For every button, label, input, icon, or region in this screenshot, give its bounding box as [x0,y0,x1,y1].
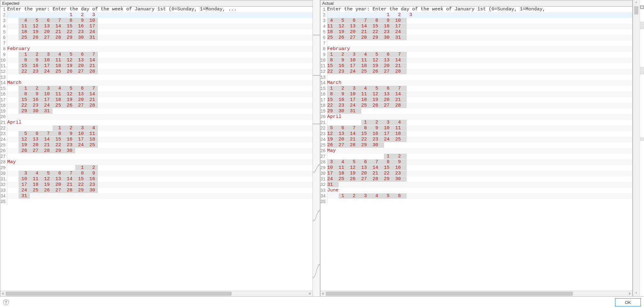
code-row[interactable]: 35 [320,199,633,205]
code-row[interactable]: 33 24 25 26 27 28 29 30 [0,188,313,193]
code-row[interactable]: 10 8 9 10 11 12 13 14 [0,58,313,63]
code-row[interactable]: 26 26 27 28 29 30 [0,148,313,154]
line-number: 27 [0,154,7,159]
line-number: 6 [320,35,327,41]
code-row[interactable]: 1Enter the year: Enter the day of the we… [320,7,633,12]
code-row[interactable]: 20April [320,114,633,120]
code-row[interactable]: 14March [320,80,633,86]
code-row[interactable]: 1929 30 31 [320,108,633,114]
code-row[interactable]: 21 1 2 3 4 [320,120,633,125]
code-row[interactable]: 3017 18 19 20 21 22 23 [320,171,633,176]
scroll-right-icon[interactable]: > [627,291,632,296]
code-row[interactable]: 2312 13 14 15 16 17 18 [320,131,633,137]
line-number: 1 [0,7,7,12]
code-row[interactable]: 3 4 5 6 7 8 9 10 [0,18,313,24]
code-row[interactable]: 3124 25 26 27 28 29 30 [320,176,633,182]
code-row[interactable]: 20 [0,114,313,120]
code-row[interactable]: 411 12 13 14 15 16 17 [320,24,633,29]
code-row[interactable]: 18 22 23 24 25 26 27 28 [0,103,313,108]
code-row[interactable]: 13 [0,74,313,80]
code-row[interactable]: 2 1 2 3 [0,12,313,18]
code-row[interactable]: 1222 23 24 25 26 27 28 [320,69,633,74]
code-row[interactable]: 15 1 2 3 4 5 6 7 [0,86,313,91]
actual-code[interactable]: 1Enter the year: Enter the day of the we… [320,7,633,291]
code-row[interactable]: 625 26 27 28 29 30 31 [320,35,633,41]
scroll-up-icon[interactable]: ˄ [634,1,639,6]
code-row[interactable]: 518 19 20 21 22 23 24 [320,29,633,35]
code-row[interactable]: 23 5 6 7 8 9 10 11 [0,131,313,137]
scroll-left-icon[interactable]: < [0,291,6,296]
code-row[interactable]: 13 [320,74,633,80]
scroll-down-icon[interactable]: ˅ [634,291,639,296]
code-row[interactable]: 21April [0,120,313,125]
vertical-scrollbar[interactable]: ˄ ˅ [633,0,640,296]
code-row[interactable]: 24 12 13 14 15 16 17 18 [0,137,313,142]
code-row[interactable]: 2526 27 28 29 30 [320,142,633,148]
code-row[interactable]: 8February [320,46,633,52]
code-row[interactable]: 1715 16 17 18 19 20 21 [320,97,633,103]
code-row[interactable]: 2 1 2 3 [320,12,633,18]
code-row[interactable]: 22 5 6 7 8 9 10 11 [320,125,633,131]
scroll-left-icon[interactable]: < [320,291,326,296]
code-row[interactable]: 31 10 11 12 13 14 15 16 [0,176,313,182]
code-row[interactable]: 10 8 9 10 11 12 13 14 [320,58,633,63]
help-icon[interactable]: ? [3,300,9,305]
actual-hscroll[interactable]: < > [320,291,633,296]
code-row[interactable]: 27 [0,154,313,159]
code-row[interactable]: 34 1 2 3 4 5 6 [320,193,633,199]
code-row[interactable]: 8February [0,46,313,52]
diff-divider[interactable] [313,0,320,296]
code-row[interactable]: 5 18 19 20 21 22 23 24 [0,29,313,35]
code-row[interactable]: 25 19 20 21 22 23 24 25 [0,142,313,148]
code-row[interactable]: 29 1 2 [0,165,313,171]
code-row[interactable]: 3 4 5 6 7 8 9 10 [320,18,633,24]
scroll-thumb[interactable] [634,6,638,14]
line-number: 3 [320,18,327,24]
code-row[interactable]: 19 29 30 31 [0,108,313,114]
expected-hscroll[interactable]: < > [0,291,313,296]
code-row[interactable]: 4 11 12 13 14 15 16 17 [0,24,313,29]
code-row[interactable]: 11 15 16 17 18 19 20 21 [0,63,313,69]
code-row[interactable]: 26May [320,148,633,154]
ok-button[interactable]: OK [615,298,641,306]
line-content: 1 2 3 4 5 6 7 [7,52,313,58]
code-row[interactable]: 35 [0,199,313,205]
code-row[interactable]: 34 31 [0,193,313,199]
line-number: 31 [0,176,7,182]
line-number: 8 [320,46,327,52]
line-number: 15 [0,86,7,91]
code-row[interactable]: 16 8 9 10 11 12 13 14 [320,91,633,97]
code-row[interactable]: 32 17 18 19 20 21 22 23 [0,182,313,188]
code-row[interactable]: 6 25 26 27 28 29 30 31 [0,35,313,41]
line-number: 33 [0,188,7,193]
diff-minimap[interactable] [640,0,644,296]
scroll-right-icon[interactable]: > [307,291,313,296]
code-row[interactable]: 2419 20 21 22 23 24 25 [320,137,633,142]
code-row[interactable]: 7 [0,41,313,46]
line-number: 30 [0,171,7,176]
code-row[interactable]: 28May [0,159,313,165]
code-row[interactable]: 28 3 4 5 6 7 8 9 [320,159,633,165]
code-row[interactable]: 12 22 23 24 25 26 27 28 [0,69,313,74]
code-row[interactable]: 22 1 2 3 4 [0,125,313,131]
line-number: 21 [0,120,7,125]
code-row[interactable]: 2910 11 12 13 14 15 16 [320,165,633,171]
code-row[interactable]: 33June [320,188,633,193]
line-number: 15 [320,86,327,91]
line-number: 23 [0,131,7,137]
line-number: 13 [320,74,327,80]
code-row[interactable]: 14March [0,80,313,86]
code-row[interactable]: 16 8 9 10 11 12 13 14 [0,91,313,97]
code-row[interactable]: 17 15 16 17 18 19 20 21 [0,97,313,103]
code-row[interactable]: 1822 23 24 25 26 27 28 [320,103,633,108]
code-row[interactable]: 15 1 2 3 4 5 6 7 [320,86,633,91]
expected-code[interactable]: 1Enter the year: Enter the day of the we… [0,7,313,291]
code-row[interactable]: 30 3 4 5 6 7 8 9 [0,171,313,176]
code-row[interactable]: 1Enter the year: Enter the day of the we… [0,7,313,12]
code-row[interactable]: 9 1 2 3 4 5 6 7 [320,52,633,58]
code-row[interactable]: 27 1 2 [320,154,633,159]
code-row[interactable]: 1115 16 17 18 19 20 21 [320,63,633,69]
code-row[interactable]: 7 [320,41,633,46]
code-row[interactable]: 3231 [320,182,633,188]
code-row[interactable]: 9 1 2 3 4 5 6 7 [0,52,313,58]
